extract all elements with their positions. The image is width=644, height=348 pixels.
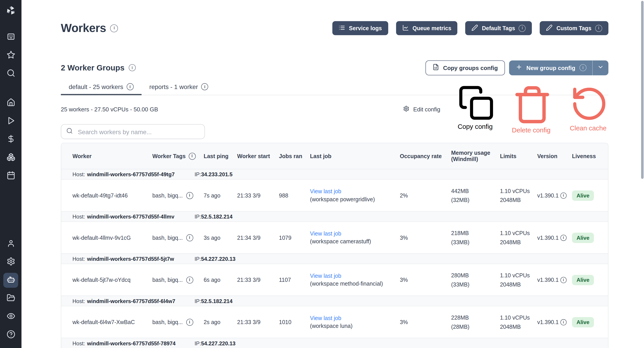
- page-title: Workers: [61, 22, 106, 35]
- help-icon: [6, 330, 15, 340]
- liveness: Alive: [572, 232, 608, 243]
- workspace-label: (workspace method-financial): [310, 281, 394, 287]
- version: v1.390.1: [537, 277, 572, 283]
- jobs-ran: 1010: [279, 319, 310, 325]
- vertical-scrollbar[interactable]: [641, 1, 644, 179]
- jobs-ran: 1079: [279, 234, 310, 241]
- limits: 1.10 vCPUs2048MB: [500, 188, 537, 203]
- info-icon[interactable]: [128, 64, 136, 71]
- info-icon[interactable]: [519, 24, 526, 32]
- sidebar-item-collapse[interactable]: [3, 346, 18, 348]
- pencil-icon: [472, 24, 478, 32]
- file-code-icon: [432, 64, 439, 72]
- new-group-config-button[interactable]: New group config: [509, 60, 608, 75]
- default-tags-button[interactable]: Default Tags: [465, 21, 532, 35]
- clean-cache-button[interactable]: Clean cache: [570, 84, 608, 134]
- liveness: Alive: [572, 190, 608, 200]
- keyboard-icon: [6, 32, 15, 42]
- calendar-icon: [6, 171, 15, 181]
- copy-config-button[interactable]: Copy config: [458, 84, 495, 134]
- delete-config-button[interactable]: Delete config: [512, 84, 552, 134]
- host-row: Host:windmill-workers-67757d55f-6l4w7 IP…: [61, 296, 608, 306]
- sidebar-item-workers[interactable]: [3, 273, 18, 288]
- last-ping: 2s ago: [204, 319, 237, 325]
- table-header: Worker Worker Tags Last ping Worker star…: [61, 143, 608, 169]
- worker-name: wk-default-5jt7w-oYdcq: [72, 277, 152, 283]
- sidebar: [0, 0, 22, 348]
- dollar-icon: [6, 134, 15, 145]
- queue-metrics-button[interactable]: Queue metrics: [396, 21, 458, 35]
- main-content: Workers Service logs Queue metrics: [22, 0, 644, 348]
- memory-usage: 280MB(33MB): [451, 272, 500, 288]
- view-last-job-link[interactable]: View last job: [310, 273, 394, 279]
- chevron-down-icon: [597, 64, 604, 72]
- info-icon[interactable]: [560, 234, 567, 241]
- worker-search[interactable]: [61, 124, 205, 139]
- gear-icon: [6, 257, 15, 267]
- sidebar-item-settings[interactable]: [3, 254, 18, 270]
- search-icon: [66, 128, 73, 136]
- worker-row: wk-default-49tg7-idt46 bash, bigq... 7s …: [61, 180, 608, 211]
- view-last-job-link[interactable]: View last job: [310, 188, 394, 194]
- info-icon[interactable]: [186, 318, 193, 326]
- new-group-config-dropdown[interactable]: [592, 60, 608, 75]
- worker-row: wk-default-6l4w7-XwBaC bash, bigq... 2s …: [61, 306, 608, 338]
- info-icon[interactable]: [110, 24, 118, 32]
- alive-badge: Alive: [572, 317, 594, 327]
- sidebar-item-search[interactable]: [3, 66, 18, 81]
- liveness: Alive: [572, 317, 608, 327]
- search-icon: [6, 68, 15, 79]
- sidebar-item-help[interactable]: [3, 328, 18, 342]
- worker-start: 21:33 3/9: [237, 277, 279, 283]
- jobs-ran: 1107: [279, 277, 310, 283]
- version: v1.390.1: [537, 234, 572, 241]
- line-chart-icon: [402, 24, 409, 32]
- edit-config-button[interactable]: Edit config: [404, 84, 440, 134]
- search-input[interactable]: [77, 128, 200, 136]
- app-window: Workers Service logs Queue metrics: [0, 0, 644, 348]
- tab-default[interactable]: default - 25 workers: [61, 83, 141, 95]
- info-icon[interactable]: [188, 152, 196, 160]
- info-icon[interactable]: [186, 192, 193, 199]
- refresh-icon: [570, 118, 608, 124]
- worker-row: wk-default-5jt7w-oYdcq bash, bigq... 6s …: [61, 264, 608, 296]
- info-icon[interactable]: [595, 24, 602, 32]
- info-icon[interactable]: [560, 319, 567, 325]
- info-icon[interactable]: [580, 64, 586, 71]
- sidebar-item-folders[interactable]: [3, 291, 18, 306]
- custom-tags-button[interactable]: Custom Tags: [540, 21, 608, 35]
- sidebar-item-schedules[interactable]: [3, 168, 18, 184]
- group-summary: 25 workers - 27.50 vCPUs - 50.00 GB: [61, 106, 158, 113]
- copy-groups-config-button[interactable]: Copy groups config: [425, 60, 505, 75]
- workspace-label: (workspace camerastuff): [310, 238, 394, 245]
- alive-badge: Alive: [572, 275, 594, 285]
- sidebar-item-audit[interactable]: [3, 309, 18, 324]
- sidebar-item-resources[interactable]: [3, 150, 18, 165]
- sidebar-item-favorites[interactable]: [3, 48, 18, 63]
- info-icon[interactable]: [126, 83, 134, 90]
- info-icon[interactable]: [201, 83, 208, 90]
- info-icon[interactable]: [560, 192, 567, 198]
- tab-reports[interactable]: reports - 1 worker: [142, 83, 216, 95]
- view-last-job-link[interactable]: View last job: [310, 315, 394, 322]
- sidebar-item-runs[interactable]: [3, 114, 18, 129]
- sidebar-item-variables[interactable]: [3, 132, 18, 147]
- info-icon[interactable]: [560, 277, 567, 283]
- info-icon[interactable]: [186, 234, 193, 241]
- service-logs-button[interactable]: Service logs: [332, 21, 388, 35]
- sidebar-item-apps[interactable]: [3, 30, 18, 45]
- sidebar-item-users[interactable]: [3, 236, 18, 252]
- user-icon: [6, 239, 15, 249]
- trash-icon: [512, 119, 552, 126]
- memory-usage: 228MB(28MB): [451, 314, 500, 330]
- sidebar-item-home[interactable]: [3, 96, 18, 111]
- eye-icon: [6, 312, 15, 322]
- info-icon[interactable]: [186, 276, 193, 283]
- windmill-logo[interactable]: [5, 5, 16, 18]
- limits: 1.10 vCPUs2048MB: [500, 230, 537, 245]
- view-last-job-link[interactable]: View last job: [310, 230, 394, 237]
- workers-table: Worker Worker Tags Last ping Worker star…: [61, 143, 608, 348]
- host-row: Host:windmill-workers-67757d55f-49tg7 IP…: [61, 169, 608, 180]
- limits: 1.10 vCPUs2048MB: [500, 272, 537, 288]
- folder-open-icon: [6, 293, 15, 304]
